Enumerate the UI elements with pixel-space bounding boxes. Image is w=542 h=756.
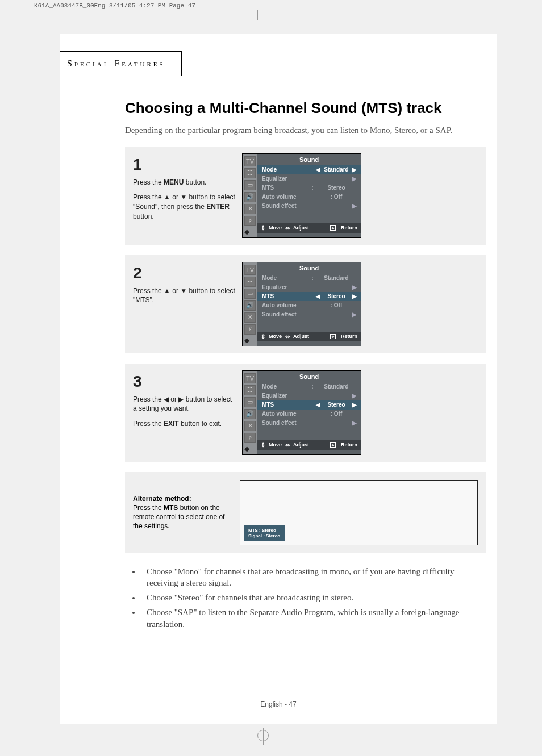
- alternate-method-row: Alternate method: Press the MTS button o…: [125, 472, 486, 553]
- move-icon: ⇕: [261, 442, 265, 448]
- right-arrow-icon: ▶: [352, 402, 357, 408]
- adjust-label: Adjust: [293, 333, 309, 339]
- osd-menu: TV☷▭🔊✕♯◆SoundMode:StandardEqualizer▶MTS◀…: [242, 262, 361, 346]
- osd-category-icon: ♯: [244, 216, 256, 226]
- adjust-icon: ⇔: [285, 333, 290, 340]
- osd-row-label: Sound effect: [262, 203, 310, 209]
- adjust-label: Adjust: [293, 442, 309, 448]
- osd-row-value: Stereo: [321, 293, 352, 299]
- alternate-method-text: Alternate method: Press the MTS button o…: [133, 494, 230, 531]
- osd-icon-column: TV☷▭🔊✕♯◆: [243, 154, 257, 237]
- osd-category-icon: 🔊: [244, 409, 256, 419]
- osd-row: Mode:Standard: [257, 274, 361, 283]
- osd-category-icon: ✕: [244, 204, 256, 214]
- osd-menu: TV☷▭🔊✕♯◆SoundMode◀Standard▶Equalizer▶MTS…: [242, 153, 361, 238]
- osd-title: Sound: [257, 154, 361, 165]
- alt-label-line1: MTS : Stereo: [248, 528, 280, 533]
- osd-row-value: Standard: [321, 383, 352, 390]
- osd-category-icon: 🔊: [244, 192, 256, 202]
- osd-row: Sound effect▶: [257, 202, 361, 211]
- osd-row-label: Auto volume: [262, 194, 310, 200]
- move-icon: ⇕: [261, 225, 265, 231]
- right-arrow-icon: ▶: [352, 392, 357, 399]
- step-instruction: Press the ▲ or ▼ button to select "MTS".: [133, 286, 235, 306]
- section-label: Special Features: [60, 51, 182, 76]
- osd-footer: ⇕Move⇔Adjust⎆Return: [257, 332, 361, 341]
- return-label: Return: [341, 333, 357, 339]
- note-item: Choose "Stereo" for channels that are br…: [141, 592, 486, 603]
- osd-body: SoundMode◀Standard▶Equalizer▶MTS:StereoA…: [257, 154, 361, 237]
- step-row: 1Press the MENU button.Press the ▲ or ▼ …: [125, 147, 486, 245]
- osd-row: Auto volume: Off: [257, 301, 361, 310]
- step-row: 3Press the ◀ or ▶ button to select a set…: [125, 364, 486, 462]
- osd-row-label: Sound effect: [262, 311, 310, 318]
- step-instruction: Press the ▲ or ▼ button to select "Sound…: [133, 193, 235, 221]
- alt-heading: Alternate method:: [133, 495, 191, 503]
- osd-row: Equalizer▶: [257, 391, 361, 400]
- left-arrow-icon: ◀: [315, 402, 321, 408]
- osd-row-value: Stereo: [321, 185, 352, 191]
- osd-footer: ⇕Move⇔Adjust⎆Return: [257, 223, 361, 233]
- osd-category-icon: ♯: [244, 324, 256, 335]
- content: Choosing a Multi-Channel Sound (MTS) tra…: [125, 99, 486, 633]
- osd-row-label: Mode: [262, 383, 310, 390]
- step-instruction: Press the EXIT button to exit.: [133, 419, 235, 429]
- return-icon: ⎆: [330, 442, 336, 448]
- osd-category-icon: ☷: [244, 385, 256, 395]
- page-footer: English - 47: [60, 700, 497, 708]
- osd-row: MTS◀Stereo▶: [257, 292, 361, 301]
- osd-row-label: Equalizer: [262, 392, 310, 399]
- osd-row-value: Stereo: [321, 402, 352, 408]
- osd-row-value: : Off: [321, 411, 352, 417]
- osd-row: Auto volume: Off: [257, 410, 361, 419]
- osd-category-icon: TV: [244, 373, 256, 383]
- osd-footer: ⇕Move⇔Adjust⎆Return: [257, 440, 361, 450]
- osd-row-label: MTS: [262, 293, 310, 299]
- step-row: 2Press the ▲ or ▼ button to select "MTS"…: [125, 255, 486, 353]
- notes-list: Choose "Mono" for channels that are broa…: [125, 566, 486, 630]
- osd-row: Equalizer▶: [257, 283, 361, 292]
- osd-icon-column: TV☷▭🔊✕♯◆: [243, 262, 257, 346]
- alt-label-line2: Signal : Stereo: [248, 533, 280, 539]
- right-arrow-icon: ▶: [352, 166, 357, 173]
- right-arrow-icon: ▶: [352, 420, 357, 426]
- osd-row-label: Auto volume: [262, 411, 310, 417]
- step-instruction: Press the ◀ or ▶ button to select a sett…: [133, 395, 235, 414]
- osd-category-icon: ☷: [244, 277, 256, 287]
- right-arrow-icon: ▶: [352, 311, 357, 318]
- osd-row-colon: :: [310, 383, 315, 390]
- osd-row: Mode◀Standard▶: [257, 165, 361, 174]
- osd-category-icon: TV: [244, 265, 256, 275]
- osd-category-icon: ☷: [244, 168, 256, 178]
- return-icon: ⎆: [330, 334, 336, 339]
- return-label: Return: [341, 225, 357, 231]
- osd-body: SoundMode:StandardEqualizer▶MTS◀Stereo▶A…: [257, 371, 361, 454]
- alt-body-bold: MTS: [164, 504, 178, 512]
- page-title: Choosing a Multi-Channel Sound (MTS) tra…: [125, 99, 486, 117]
- step-number: 1: [133, 153, 235, 176]
- osd-row-label: Equalizer: [262, 176, 310, 182]
- move-icon: ⇕: [261, 333, 265, 340]
- alt-screen-label: MTS : Stereo Signal : Stereo: [244, 525, 285, 541]
- alt-body-pre: Press the: [133, 504, 164, 512]
- left-arrow-icon: ◀: [315, 293, 321, 299]
- step-text: 3Press the ◀ or ▶ button to select a set…: [133, 370, 235, 435]
- osd-row-label: Equalizer: [262, 284, 310, 290]
- osd-row-label: Sound effect: [262, 420, 310, 426]
- osd-row-label: MTS: [262, 402, 310, 408]
- right-arrow-icon: ▶: [352, 293, 357, 299]
- osd-category-icon: TV: [244, 156, 256, 166]
- osd-row-label: Auto volume: [262, 302, 310, 308]
- adjust-icon: ⇔: [285, 225, 290, 231]
- move-label: Move: [269, 333, 282, 339]
- osd-row: MTS◀Stereo▶: [257, 400, 361, 410]
- adjust-icon: ⇔: [285, 442, 290, 448]
- step-text: 2Press the ▲ or ▼ button to select "MTS"…: [133, 262, 235, 311]
- updown-icon: ◆: [244, 228, 256, 236]
- note-item: Choose "Mono" for channels that are broa…: [141, 566, 486, 589]
- osd-menu: TV☷▭🔊✕♯◆SoundMode:StandardEqualizer▶MTS◀…: [242, 370, 361, 455]
- osd-category-icon: ✕: [244, 312, 256, 323]
- step-instruction: Press the MENU button.: [133, 178, 235, 187]
- osd-category-icon: ✕: [244, 421, 256, 431]
- osd-row-value: : Off: [321, 194, 352, 200]
